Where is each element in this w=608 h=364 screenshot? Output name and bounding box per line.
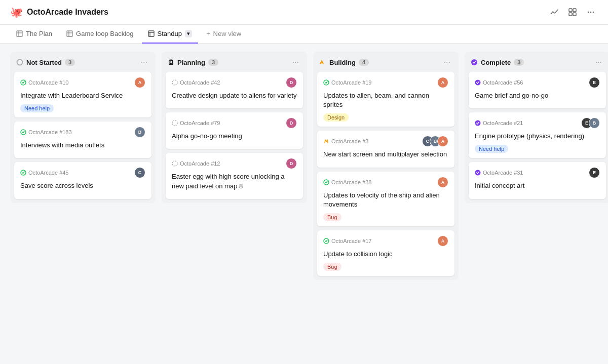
card-21-id: OctoArcade #21 [475,120,523,126]
tab-game-loop-backlog[interactable]: Game loop Backlog [60,25,139,44]
svg-point-20 [172,80,177,85]
avatar-icon: E [589,77,600,88]
card-183-status-icon [20,129,26,135]
tab-standup-dropdown[interactable]: ▾ [185,30,192,37]
card-octoarcade-12: OctoArcade #12 D Easter egg with high sc… [166,153,303,198]
card-183-title: Interviews with media outlets [20,141,145,150]
column-complete-header: Complete 3 ··· [465,52,608,72]
card-17-avatar: A [437,235,448,247]
table-icon [16,30,23,37]
app-logo-icon: 🐙 [10,6,23,18]
avatar-icon: A [437,177,448,188]
card-10-avatar: A [134,77,145,88]
card-45-status-icon [20,170,26,176]
card-19-id: OctoArcade #19 [323,79,372,86]
tab-new-view[interactable]: + New view [200,25,247,44]
card-10-badge: Need help [20,104,54,112]
tab-standup[interactable]: Standup ▾ [142,25,198,44]
column-building-title-wrap: Building 4 [319,59,369,66]
card-17-top: OctoArcade #17 A [323,235,448,247]
complete-status-icon [471,59,478,66]
svg-rect-10 [67,31,72,36]
column-planning-title: Planning [177,59,205,66]
card-19-title: Updates to alien, beam, and cannon sprit… [323,91,448,109]
column-not-started-menu-button[interactable]: ··· [139,57,149,68]
card-19-avatar: A [437,77,448,88]
card-38-id: OctoArcade #38 [323,179,372,185]
column-complete-title: Complete [481,59,511,66]
card-56-title: Game brief and go-no-go [475,91,600,100]
card-octoarcade-38: OctoArcade #38 A Updates to velocity of … [317,172,454,226]
board: Not Started 3 ··· OctoArcade #10 A [0,44,608,364]
card-3-title: New start screen and multiplayer selecti… [323,150,448,159]
card-21-badge: Need help [475,145,508,153]
column-not-started-title: Not Started [26,59,62,66]
tab-the-plan[interactable]: The Plan [10,25,58,44]
card-38-status-icon [323,179,329,185]
card-12-status-icon [172,160,178,167]
card-octoarcade-183: OctoArcade #183 B Interviews with media … [14,122,151,158]
card-31-title: Initial concept art [475,181,600,190]
building-status-icon [319,59,326,66]
card-56-avatar: E [589,77,600,88]
svg-point-22 [172,161,177,166]
card-21-status-icon [475,120,481,126]
column-building-menu-button[interactable]: ··· [442,57,452,68]
column-complete-title-wrap: Complete 3 [471,59,524,66]
tab-standup-label: Standup [158,30,182,37]
more-options-button[interactable] [584,5,598,19]
card-79-status-icon [172,120,178,126]
new-view-plus-icon: + [206,30,210,37]
card-79-avatar: D [286,117,297,129]
card-3-id: OctoArcade #3 [323,138,368,144]
card-17-status-icon [323,238,329,244]
card-10-top: OctoArcade #10 A [20,77,145,88]
avatar-icon-2: B [589,117,600,129]
card-38-title: Updates to velocity of the ship and alie… [323,191,448,209]
card-31-id: OctoArcade #31 [475,170,523,176]
card-19-status-icon [323,79,329,86]
card-42-status-icon [172,79,178,86]
card-octoarcade-21: OctoArcade #21 E B Engine prototype (phy… [469,112,606,158]
column-building: Building 4 ··· OctoArcade #19 A [313,52,459,280]
card-183-avatar: B [134,127,145,138]
card-3-status-icon [323,138,329,144]
svg-point-28 [475,80,481,86]
column-complete-menu-button[interactable]: ··· [593,57,604,68]
card-10-status-icon [20,79,26,86]
svg-point-21 [172,120,177,126]
header: 🐙 OctoArcade Invaders [0,0,608,25]
card-12-avatar: D [286,158,297,169]
card-56-status-icon [475,79,481,86]
card-45-title: Save score across levels [20,181,145,190]
card-42-top: OctoArcade #42 D [172,77,297,88]
card-17-id: OctoArcade #17 [323,238,372,244]
card-45-avatar: C [134,167,145,178]
avatar-icon: C [134,167,145,178]
card-21-title: Engine prototype (physics, rendering) [475,132,600,141]
nav-tabs: The Plan Game loop Backlog Standup ▾ + N… [0,25,608,44]
card-38-top: OctoArcade #38 A [323,177,448,188]
card-10-title: Integrate with Leaderboard Service [20,91,145,100]
card-183-top: OctoArcade #183 B [20,127,145,138]
column-not-started-header: Not Started 3 ··· [10,52,156,72]
column-planning-title-wrap: 🗓 Planning 3 [168,59,218,66]
column-planning-menu-button[interactable]: ··· [290,57,301,68]
header-right [547,5,598,19]
card-42-id: OctoArcade #42 [172,79,220,86]
card-octoarcade-42: OctoArcade #42 D Creative design update … [166,72,303,108]
layout-icon-button[interactable] [565,5,580,19]
avatar-icon: D [286,117,297,129]
avatar-icon: D [286,158,297,169]
chart-icon-button[interactable] [547,5,561,19]
card-31-top: OctoArcade #31 E [475,167,600,178]
card-31-status-icon [475,170,481,176]
app-container: 🐙 OctoArcade Invaders [0,0,608,364]
svg-rect-3 [573,13,576,16]
card-octoarcade-3: OctoArcade #3 C B A New start screen and… [317,131,454,167]
svg-rect-2 [569,13,572,16]
svg-point-6 [593,12,594,13]
avatar-icon-3: A [437,136,448,147]
card-octoarcade-17: OctoArcade #17 A Update to collision log… [317,230,454,276]
avatar-icon: D [286,77,297,88]
